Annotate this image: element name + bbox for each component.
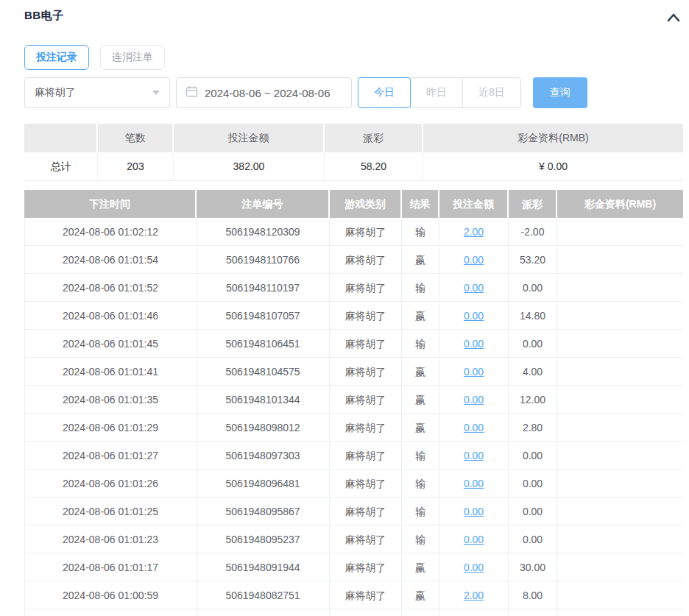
bet-amount-link[interactable]: 0.00	[464, 562, 484, 573]
bet-amount-cell: 0.00	[439, 358, 509, 386]
last-8-days-button[interactable]: 近8日	[462, 77, 521, 108]
bet-amount-cell: 0.00	[439, 386, 509, 414]
header-bet-amount: 投注金额	[439, 190, 509, 218]
date-range-value: 2024-08-06 ~ 2024-08-06	[205, 87, 331, 99]
table-row: 2024-08-06 01:01:465061948107057麻将胡了赢0.0…	[24, 302, 683, 330]
chevron-down-icon	[152, 91, 160, 95]
bet-time-cell: 2024-08-06 01:01:46	[24, 302, 197, 330]
bet-time-cell: 2024-08-06 01:01:17	[24, 553, 197, 581]
bet-amount-link[interactable]: 0.00	[464, 422, 484, 433]
bonus-cell	[557, 581, 683, 609]
order-number-cell: 5061948110197	[197, 274, 330, 302]
collapse-button[interactable]	[664, 10, 683, 27]
game-type-cell: 麻将胡了	[330, 470, 402, 498]
tab-bar: 投注记录 连消注单	[24, 45, 683, 70]
bet-amount-link[interactable]: 0.00	[464, 338, 484, 350]
bet-amount-link[interactable]: 0.00	[464, 310, 484, 322]
quick-date-button-group: 今日 昨日 近8日	[358, 77, 521, 108]
bet-amount-cell: 2.00	[439, 218, 509, 246]
bet-amount-link[interactable]: 0.00	[464, 534, 484, 545]
table-row: 2024-08-06 01:01:525061948110197麻将胡了输0.0…	[24, 274, 683, 302]
payout-cell: 0.00	[509, 330, 557, 358]
bet-amount-link[interactable]: 0.00	[464, 282, 484, 294]
yesterday-button[interactable]: 昨日	[410, 77, 463, 108]
payout-cell: 0.00	[509, 274, 557, 302]
result-cell: 输	[402, 218, 439, 246]
bet-amount-link[interactable]: 0.00	[464, 506, 484, 517]
order-number-cell: 5061948101344	[197, 386, 330, 414]
game-type-cell: 麻将胡了	[330, 302, 402, 330]
payout-cell: -2.00	[509, 218, 557, 246]
payout-cell: 8.00	[509, 581, 557, 609]
bonus-cell	[557, 218, 683, 246]
bet-amount-link[interactable]: 0.00	[464, 366, 484, 378]
result-cell: 输	[402, 442, 439, 470]
result-cell: 赢	[402, 358, 439, 386]
date-range-picker[interactable]: 2024-08-06 ~ 2024-08-06	[176, 77, 352, 108]
result-cell: 输	[402, 525, 439, 553]
bet-time-cell: 2024-08-06 01:01:54	[24, 246, 197, 274]
bet-amount-link[interactable]: 0.00	[464, 450, 484, 461]
table-row: 2024-08-06 01:01:235061948095237麻将胡了输0.0…	[24, 525, 683, 553]
table-row: 2024-08-06 01:01:355061948101344麻将胡了赢0.0…	[24, 386, 683, 414]
bet-amount-cell: 2.00	[439, 609, 509, 616]
game-type-cell: 麻将胡了	[330, 386, 402, 414]
table-row: 2024-08-06 01:01:545061948110766麻将胡了赢0.0…	[24, 246, 683, 274]
bet-time-cell: 2024-08-06 01:01:25	[24, 498, 197, 525]
summary-total-label: 总计	[24, 152, 98, 181]
bet-amount-cell: 0.00	[439, 498, 509, 525]
bet-time-cell: 2024-08-06 01:01:23	[24, 525, 197, 553]
payout-cell: 12.40	[509, 609, 557, 616]
summary-total-count: 203	[98, 152, 174, 181]
bet-amount-link[interactable]: 0.00	[464, 478, 484, 489]
payout-cell: 0.00	[509, 498, 557, 525]
summary-total-row: 总计 203 382.00 58.20 ¥ 0.00	[24, 152, 683, 181]
bet-amount-link[interactable]: 0.00	[464, 254, 484, 266]
payout-cell: 30.00	[509, 553, 557, 581]
bonus-cell	[557, 553, 683, 581]
summary-header-count: 笔数	[98, 124, 174, 152]
search-button[interactable]: 查询	[533, 77, 587, 108]
result-cell: 赢	[402, 609, 439, 616]
bonus-cell	[557, 498, 683, 525]
order-number-cell: 5061948095867	[197, 498, 330, 525]
header-order-number: 注单编号	[197, 190, 330, 218]
bonus-cell	[557, 246, 683, 274]
records-table: 下注时间 注单编号 游戏类别 结果 投注金额 派彩 彩金资料(RMB) 2024…	[24, 190, 683, 616]
bonus-cell	[557, 274, 683, 302]
game-type-cell: 麻将胡了	[330, 330, 402, 358]
bonus-cell	[557, 302, 683, 330]
game-type-cell: 麻将胡了	[330, 274, 402, 302]
filter-bar: 麻将胡了 2024-08-06 ~ 2024-08-06 今日 昨日 近8日 查…	[24, 77, 683, 108]
bet-amount-link[interactable]: 0.00	[464, 394, 484, 406]
records-header-row: 下注时间 注单编号 游戏类别 结果 投注金额 派彩 彩金资料(RMB)	[24, 190, 683, 218]
bonus-cell	[557, 525, 683, 553]
bet-amount-cell: 0.00	[439, 246, 509, 274]
page-title: BB电子	[24, 9, 64, 23]
bet-time-cell: 2024-08-06 00:41:45	[24, 609, 197, 616]
bet-amount-link[interactable]: 2.00	[464, 226, 484, 238]
result-cell: 赢	[402, 581, 439, 609]
header-game-type: 游戏类别	[330, 190, 402, 218]
bet-time-cell: 2024-08-06 01:01:52	[24, 274, 197, 302]
records-table-body: 2024-08-06 01:02:125061948120309麻将胡了输2.0…	[24, 218, 683, 616]
bet-time-cell: 2024-08-06 01:01:29	[24, 414, 197, 442]
bet-amount-cell: 0.00	[439, 330, 509, 358]
game-type-cell: 麻将胡了	[330, 442, 402, 470]
bonus-cell	[557, 358, 683, 386]
bet-amount-link[interactable]: 2.00	[464, 590, 484, 601]
game-type-cell: 麻将胡了	[330, 525, 402, 553]
tab-cancelled-orders[interactable]: 连消注单	[100, 45, 165, 70]
bet-time-cell: 2024-08-06 01:02:12	[24, 218, 197, 246]
bonus-cell	[557, 442, 683, 470]
bet-amount-cell: 0.00	[439, 414, 509, 442]
table-row: 2024-08-06 01:01:255061948095867麻将胡了输0.0…	[24, 498, 683, 525]
today-button[interactable]: 今日	[358, 77, 411, 108]
order-number-cell: 5061948095237	[197, 525, 330, 553]
tab-bet-records[interactable]: 投注记录	[24, 45, 89, 70]
payout-cell: 12.00	[509, 386, 557, 414]
order-number-cell: 5061948104575	[197, 358, 330, 386]
order-number-cell: 5061948106451	[197, 330, 330, 358]
order-number-cell: 5061948098012	[197, 414, 330, 442]
game-select[interactable]: 麻将胡了	[24, 77, 170, 108]
